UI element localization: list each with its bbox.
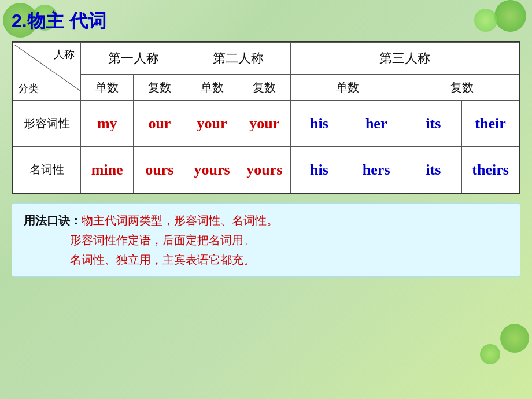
tip-box: 用法口诀：物主代词两类型，形容词性、名词性。 形容词性作定语，后面定把名词用。 … [12,203,520,277]
cell-his-noun: his [291,147,348,193]
tip-line1: 物主代词两类型，形容词性、名词性。 [82,214,278,227]
cell-your-pl: your [238,101,291,147]
cell-their-adj: their [462,101,519,147]
cell-mine: mine [81,147,134,193]
h2-col1a: 单数 [81,75,134,101]
cell-her-adj: her [348,101,405,147]
grammar-table-wrapper: 人称 分类 第一人称 第二人称 第三人称 单数 复数 单数 复数 单数 复数 形… [12,41,520,194]
adjective-row: 形容词性 my our your your his her its their [13,101,519,147]
h2-col2a: 单数 [186,75,238,101]
h2-col3b: 复数 [405,75,519,101]
header-third-person: 第三人称 [291,43,519,75]
cell-yours-sg: yours [186,147,238,193]
cell-his-adj: his [291,101,348,147]
cell-its-noun: its [405,147,462,193]
tip-line2: 形容词性作定语，后面定把名词用。 [70,234,255,246]
deco-circle-5 [500,324,529,353]
header-top-label: 人称 [54,47,75,61]
tip-label: 用法口诀： [24,214,82,227]
header-bottom-label: 分类 [18,82,39,95]
grammar-table: 人称 分类 第一人称 第二人称 第三人称 单数 复数 单数 复数 单数 复数 形… [13,42,519,193]
noun-label: 名词性 [13,147,81,193]
tip-line3: 名词性、独立用，主宾表语它都充。 [70,253,255,266]
header-second-person: 第二人称 [186,43,290,75]
header-row-1: 人称 分类 第一人称 第二人称 第三人称 [13,43,519,75]
cell-ours: ours [134,147,186,193]
h2-col3a: 单数 [291,75,405,101]
noun-row: 名词性 mine ours yours yours his hers its t… [13,147,519,193]
cell-your-sg: your [186,101,238,147]
diagonal-header-cell: 人称 分类 [13,43,81,101]
cell-my: my [81,101,134,147]
adjective-label: 形容词性 [13,101,81,147]
deco-circle-6 [480,344,500,364]
header-row-2: 单数 复数 单数 复数 单数 复数 [13,75,519,101]
h2-col2b: 复数 [238,75,291,101]
cell-theirs-noun: theirs [462,147,519,193]
cell-hers-noun: hers [348,147,405,193]
page-title: 2.物主 代词 [12,9,520,34]
cell-our: our [134,101,186,147]
header-first-person: 第一人称 [81,43,186,75]
cell-its-adj: its [405,101,462,147]
cell-yours-pl: yours [238,147,291,193]
h2-col1b: 复数 [134,75,186,101]
